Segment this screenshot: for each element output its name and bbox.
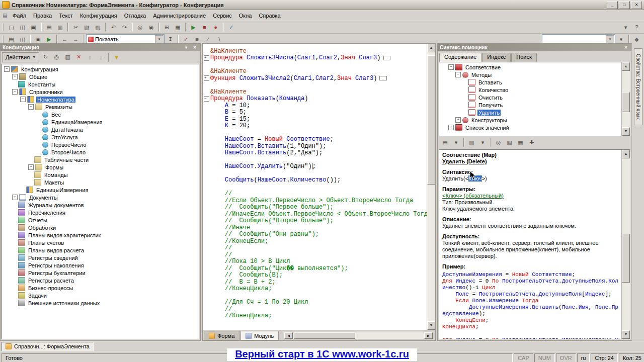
code-line[interactable]: //Для Сч = 1 По 20 Цикл [203, 299, 427, 306]
window-tab-form-element[interactable]: Справочн...: ФормаЭлемента [2, 342, 94, 351]
sort-mode-icon[interactable]: ▥ [466, 137, 477, 147]
doc-scrollbar[interactable]: ▲ ▼ [621, 150, 630, 339]
tree-item[interactable]: Планы видов расчета [2, 246, 199, 254]
scroll-thumb[interactable] [294, 332, 355, 339]
fold-toggle[interactable]: + [203, 75, 210, 81]
code-line[interactable] [203, 61, 427, 68]
scroll-track[interactable] [622, 158, 630, 330]
update-database-configuration-icon[interactable]: ▣ [33, 34, 43, 44]
menu-item[interactable]: Текст [55, 11, 76, 20]
editor-vertical-scrollbar[interactable]: ▲ ▼ [427, 44, 435, 330]
code-line[interactable]: НашеСоот = Новый Соответствие; [203, 136, 427, 143]
code-line[interactable]: //КонецЦикла; [203, 286, 427, 293]
tree-item[interactable]: Регистры накопления [2, 261, 199, 269]
tree-item[interactable]: +Конструкторы [439, 116, 621, 124]
hide-descriptions-icon[interactable]: ▤ [440, 137, 450, 147]
open-object-icon[interactable]: ▥ [62, 52, 73, 62]
menu-item[interactable]: Правка [30, 11, 55, 20]
tab-form[interactable]: Форма [204, 331, 239, 340]
copy-help-icon[interactable]: ▧ [504, 137, 515, 147]
tree-item[interactable]: Регистры бухгалтерии [2, 269, 199, 277]
tree-item[interactable]: −Номенклатура [2, 96, 199, 103]
tree-item[interactable]: Макеты [2, 178, 199, 186]
tree-item[interactable]: Количество [439, 86, 621, 94]
format-block-icon[interactable]: ≡ [192, 34, 202, 44]
dropdown-arrow-icon[interactable]: ▾ [606, 35, 614, 44]
panel-menu-button[interactable]: ▾ [183, 45, 190, 51]
menu-item[interactable]: Сервис [209, 11, 235, 20]
scroll-right-icon[interactable]: ▶ [424, 332, 433, 339]
menu-item[interactable]: Администрирование [149, 11, 209, 20]
code-line[interactable] [203, 129, 427, 136]
syntax-check-module-icon[interactable]: ✓ [181, 34, 191, 44]
tree-item[interactable]: Перечисления [2, 209, 199, 216]
tree-item[interactable]: Журналы документов [2, 201, 199, 209]
scroll-up-icon[interactable]: ▲ [427, 44, 435, 52]
tree-item[interactable]: Планы видов характеристик [2, 231, 199, 239]
find-next-icon[interactable]: ◉ [146, 22, 156, 32]
code-line[interactable]: НашеСоот.Удалить("Один"); [203, 163, 427, 170]
code-line[interactable]: // Сообщить("Первое больше"); [203, 204, 427, 211]
code-line[interactable]: //Иначе [203, 224, 427, 231]
start-debugging-icon[interactable]: ▶ [188, 22, 199, 32]
tree-item[interactable]: Табличные части [2, 156, 199, 163]
tree-item[interactable]: Отчеты [2, 216, 199, 224]
dropdown-arrow-icon[interactable]: ▾ [155, 35, 164, 44]
debug-start-icon[interactable]: ▶ [44, 34, 54, 44]
forward-icon[interactable]: → [70, 34, 81, 44]
find-in-tree-icon[interactable]: ◎ [51, 52, 62, 62]
dropdown-arrow-icon[interactable]: ▾ [451, 137, 461, 147]
menu-item[interactable]: Окна [235, 11, 256, 20]
cut-icon[interactable]: ✂ [70, 22, 81, 32]
print-preview-icon[interactable]: ▥ [55, 22, 65, 32]
scroll-up-icon[interactable]: ▲ [622, 150, 630, 158]
remove-comment-icon[interactable]: ∖ [214, 34, 224, 44]
code-line[interactable]: // В = В + 2; [203, 279, 427, 286]
pin-help-icon[interactable]: ✚ [526, 137, 537, 147]
tree-item[interactable]: −Справочники [2, 88, 199, 96]
tree-item[interactable]: Команды [2, 171, 199, 178]
new-document-icon[interactable]: ▢ [6, 22, 17, 32]
collapsed-code-box[interactable]: … [379, 76, 387, 80]
scroll-track[interactable] [293, 332, 424, 339]
expand-toggle[interactable]: − [4, 66, 10, 72]
tree-item[interactable]: −Конфигурация [2, 65, 199, 73]
code-line[interactable]: −Процедура Показать(Команда) [203, 96, 427, 103]
code-line[interactable]: //Пока 10 > В Цикл [203, 258, 427, 265]
dropdown-arrow-icon[interactable]: ▾ [616, 34, 626, 44]
code-line[interactable]: //КонецЕсли; [203, 238, 427, 245]
window-settings-icon[interactable]: ◆ [631, 34, 642, 44]
tree-item[interactable]: +Документы [2, 194, 199, 201]
fold-toggle[interactable]: + [203, 55, 210, 61]
tree-item[interactable]: Удалить [439, 109, 621, 116]
fold-toggle[interactable]: − [203, 96, 210, 102]
code-line[interactable] [203, 184, 427, 191]
collapsed-code-box[interactable]: … [383, 56, 391, 60]
toolbars-menu-icon[interactable]: ▾ [620, 22, 631, 32]
code-line[interactable]: &НаКлиенте [203, 88, 427, 96]
code-line[interactable] [203, 82, 427, 89]
expand-toggle[interactable]: − [455, 72, 461, 77]
tab-index[interactable]: Индекс [482, 53, 511, 62]
maximize-button[interactable]: □ [619, 1, 630, 9]
calculator-icon[interactable]: ⊞ [162, 22, 172, 32]
code-line[interactable]: &НаКлиенте [203, 48, 427, 55]
tree-item[interactable]: Регистры расчета [2, 277, 199, 284]
code-line[interactable]: Сообщить(НашеСоот.Количество()); [203, 177, 427, 184]
expand-toggle[interactable]: + [12, 195, 18, 200]
scroll-left-icon[interactable]: ◀ [284, 332, 293, 339]
find-in-help-icon[interactable]: ◎ [493, 137, 504, 147]
fold-box-icon[interactable]: − [204, 96, 209, 102]
open-configuration-icon[interactable]: ▤ [6, 34, 17, 44]
code-line[interactable]: &НаКлиенте [203, 68, 427, 75]
code-line[interactable]: //Если Объект.ПервоеЧисло > Объект.Второ… [203, 197, 427, 204]
scroll-up-icon[interactable]: ▲ [622, 62, 630, 71]
paste-icon[interactable]: ▨ [93, 22, 103, 32]
move-up-icon[interactable]: ↑ [85, 52, 95, 62]
tree-item[interactable]: −Методы [439, 71, 621, 78]
tree-item[interactable]: +Формы [2, 163, 199, 171]
menu-item[interactable]: Файл [9, 11, 30, 20]
expand-toggle[interactable]: + [448, 125, 454, 130]
code-line[interactable]: // [203, 306, 427, 313]
config-tree[interactable]: −Конфигурация+ОбщиеКонстанты−Справочники… [2, 64, 199, 339]
